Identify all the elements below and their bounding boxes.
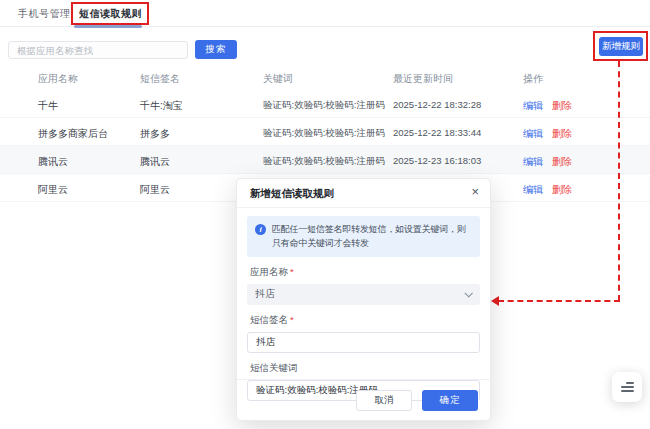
column-header-keywords: 关键词 bbox=[263, 72, 293, 86]
info-alert: i 匹配任一短信签名即转发短信，如设置关键词，则只有命中关键词才会转发 bbox=[247, 216, 480, 257]
delete-link[interactable]: 删除 bbox=[552, 100, 572, 111]
modal-body: i 匹配任一短信签名即转发短信，如设置关键词，则只有命中关键词才会转发 应用名称… bbox=[237, 208, 490, 401]
tab-phone-management[interactable]: 手机号管理 bbox=[18, 7, 71, 21]
app-name-label: 应用名称* bbox=[250, 266, 480, 279]
search-button[interactable]: 搜索 bbox=[195, 40, 237, 59]
info-alert-text: 匹配任一短信签名即转发短信，如设置关键词，则只有命中关键词才会转发 bbox=[272, 224, 466, 248]
info-icon: i bbox=[255, 224, 266, 235]
cell-updated: 2025-12-22 18:32:28 bbox=[393, 99, 481, 110]
cancel-button[interactable]: 取消 bbox=[356, 390, 412, 411]
sms-keywords-label: 短信关键词 bbox=[250, 362, 480, 375]
annotation-dashed-line-horizontal bbox=[498, 300, 620, 302]
chevron-down-icon bbox=[464, 289, 472, 297]
modal-header: 新增短信读取规则 × bbox=[237, 179, 490, 208]
edit-link[interactable]: 编辑 bbox=[523, 184, 543, 195]
sms-sign-input[interactable] bbox=[247, 332, 480, 353]
cell-sms-sign: 腾讯云 bbox=[140, 155, 170, 169]
modal-footer: 取消 确定 bbox=[237, 379, 490, 420]
edit-link[interactable]: 编辑 bbox=[523, 128, 543, 139]
column-header-sms-sign: 短信签名 bbox=[140, 72, 180, 86]
floating-menu-button[interactable] bbox=[612, 372, 642, 402]
table-row: 腾讯云 腾讯云 验证码:效验码:校验码:注册码 2025-12-23 16:18… bbox=[0, 146, 650, 174]
column-header-actions: 操作 bbox=[523, 72, 543, 86]
delete-link[interactable]: 删除 bbox=[552, 184, 572, 195]
modal-title: 新增短信读取规则 bbox=[250, 187, 334, 201]
app-name-select-value: 抖店 bbox=[255, 287, 275, 301]
annotation-arrowhead-icon bbox=[491, 296, 499, 306]
column-header-app-name: 应用名称 bbox=[38, 72, 78, 86]
required-mark: * bbox=[290, 266, 294, 277]
search-input[interactable] bbox=[8, 41, 188, 59]
delete-link[interactable]: 删除 bbox=[552, 156, 572, 167]
delete-link[interactable]: 删除 bbox=[552, 128, 572, 139]
cell-app-name: 千牛 bbox=[38, 99, 58, 113]
cell-app-name: 拼多多商家后台 bbox=[38, 127, 108, 141]
cell-app-name: 腾讯云 bbox=[38, 155, 68, 169]
app-name-select[interactable]: 抖店 bbox=[247, 284, 480, 305]
edit-link[interactable]: 编辑 bbox=[523, 100, 543, 111]
confirm-button[interactable]: 确定 bbox=[422, 390, 478, 411]
active-tab-underline bbox=[74, 25, 142, 28]
menu-icon bbox=[626, 382, 634, 384]
table-row: 千牛 千牛:淘宝 验证码:效验码:校验码:注册码 2025-12-22 18:3… bbox=[0, 90, 650, 118]
cell-app-name: 阿里云 bbox=[38, 183, 68, 197]
cell-sms-sign: 阿里云 bbox=[140, 183, 170, 197]
cell-keywords: 验证码:效验码:校验码:注册码 bbox=[263, 155, 385, 168]
add-rule-button[interactable]: 新增规则 bbox=[599, 37, 643, 56]
cell-keywords: 验证码:效验码:校验码:注册码 bbox=[263, 127, 385, 140]
required-mark: * bbox=[290, 314, 294, 325]
table-header: 应用名称 短信签名 关键词 最近更新时间 操作 bbox=[0, 68, 650, 90]
edit-link[interactable]: 编辑 bbox=[523, 156, 543, 167]
cell-keywords: 验证码:效验码:校验码:注册码 bbox=[263, 99, 385, 112]
sms-sign-label: 短信签名* bbox=[250, 314, 480, 327]
tab-bar: 手机号管理 短信读取规则 bbox=[0, 0, 650, 27]
cell-sms-sign: 千牛:淘宝 bbox=[140, 99, 183, 113]
tab-sms-read-rules[interactable]: 短信读取规则 bbox=[79, 7, 142, 21]
cell-updated: 2025-12-22 18:33:44 bbox=[393, 127, 481, 138]
cell-sms-sign: 拼多多 bbox=[140, 127, 170, 141]
table-row: 拼多多商家后台 拼多多 验证码:效验码:校验码:注册码 2025-12-22 1… bbox=[0, 118, 650, 146]
column-header-updated: 最近更新时间 bbox=[393, 72, 453, 86]
close-icon[interactable]: × bbox=[471, 185, 479, 198]
add-sms-rule-modal: 新增短信读取规则 × i 匹配任一短信签名即转发短信，如设置关键词，则只有命中关… bbox=[236, 178, 491, 421]
cell-updated: 2025-12-23 16:18:03 bbox=[393, 155, 481, 166]
